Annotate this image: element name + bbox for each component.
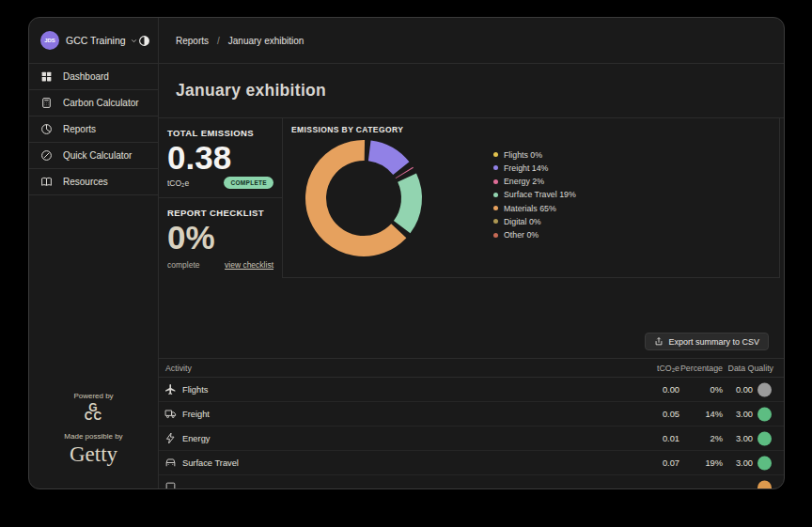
legend-dot	[493, 233, 498, 238]
table-row[interactable]: Surface Travel0.0719%3.00	[159, 451, 785, 475]
sidebar-item-dashboard[interactable]: Dashboard	[29, 64, 158, 90]
powered-by-label: Powered by	[29, 392, 158, 400]
main-content: Reports / January exhibition January exh…	[159, 18, 785, 488]
data-quality-cell: 3.00	[736, 434, 753, 443]
legend-item: Surface Travel 19%	[493, 191, 576, 199]
legend-dot	[493, 193, 498, 197]
legend-dot	[493, 152, 498, 157]
legend-label: Other 0%	[504, 230, 539, 240]
report-checklist-card: REPORT CHECKLIST 0% complete view checkl…	[159, 198, 282, 278]
percentage-cell: 19%	[705, 458, 723, 468]
bolt-icon	[164, 432, 178, 445]
table-row[interactable]	[159, 475, 785, 489]
data-quality-cell: 3.00	[736, 458, 753, 468]
table-row[interactable]: Flights0.000%0.00	[159, 378, 785, 402]
total-emissions-label: TOTAL EMISSIONS	[167, 128, 273, 138]
checklist-percent: 0%	[167, 221, 273, 255]
truck-icon	[164, 408, 178, 421]
column-tco2e: tCO₂e	[657, 364, 679, 373]
checklist-caption: complete	[167, 260, 200, 270]
percentage-cell: 14%	[705, 410, 723, 419]
legend-dot	[493, 179, 498, 184]
getty-logo: Getty	[29, 442, 158, 467]
table-row[interactable]: Energy0.012%3.00	[159, 426, 785, 451]
avatar: JDS	[40, 31, 59, 50]
legend-label: Digital 0%	[504, 217, 541, 226]
gauge-icon	[40, 149, 54, 163]
book-icon	[40, 176, 54, 189]
title-section: January exhibition	[159, 64, 785, 118]
data-quality-indicator	[757, 456, 772, 470]
org-name: GCC Training	[66, 35, 126, 46]
table-header: Activity tCO₂e Percentage Data Quality	[159, 358, 785, 378]
sidebar-item-resources[interactable]: Resources	[29, 169, 158, 195]
percentage-cell: 2%	[710, 434, 723, 443]
plane-icon	[164, 383, 178, 396]
gcc-logo: G CC	[29, 404, 158, 421]
breadcrumb-current: January exhibition	[228, 36, 304, 46]
tco2e-cell: 0.05	[663, 410, 679, 419]
sidebar-item-label: Resources	[63, 177, 108, 187]
export-icon	[654, 336, 664, 347]
export-csv-button[interactable]: Export summary to CSV	[645, 333, 769, 350]
view-checklist-link[interactable]: view checklist	[225, 260, 273, 270]
column-data-quality: Data Quality	[728, 364, 773, 373]
car-icon	[164, 457, 178, 470]
emissions-table: Activity tCO₂e Percentage Data Quality F…	[159, 358, 785, 489]
theme-toggle-icon[interactable]	[138, 35, 150, 47]
sidebar-footer: Powered by G CC Made possible by Getty	[29, 392, 158, 467]
status-badge: COMPLETE	[224, 177, 273, 189]
legend-dot	[493, 206, 498, 210]
donut-segment-energy[interactable]	[404, 173, 405, 174]
activity-cell: Flights	[182, 385, 208, 395]
pie-chart-icon	[40, 123, 54, 136]
donut-segment-freight[interactable]	[369, 150, 401, 168]
breadcrumb: Reports / January exhibition	[159, 18, 785, 64]
legend-label: Materials 65%	[504, 204, 556, 213]
tco2e-cell: 0.07	[663, 458, 679, 468]
org-switcher[interactable]: JDS GCC Training	[29, 18, 158, 64]
grid-icon	[40, 70, 54, 84]
column-activity: Activity	[165, 364, 192, 373]
legend-label: Freight 14%	[504, 163, 548, 173]
sidebar: JDS GCC Training Dashboard Carb	[29, 18, 159, 488]
percentage-cell: 0%	[710, 385, 723, 395]
donut-chart	[303, 137, 425, 259]
legend-item: Digital 0%	[493, 217, 576, 225]
column-percentage: Percentage	[680, 364, 723, 373]
legend-dot	[493, 219, 498, 224]
sidebar-item-label: Quick Calculator	[63, 150, 132, 161]
sidebar-item-reports[interactable]: Reports	[29, 116, 158, 143]
tco2e-cell: 0.01	[663, 434, 679, 443]
table-row[interactable]: Freight0.0514%3.00	[159, 402, 785, 426]
legend-item: Flights 0%	[493, 150, 576, 159]
donut-segment-surface-travel[interactable]	[402, 178, 412, 227]
sidebar-item-quick-calculator[interactable]: Quick Calculator	[29, 143, 158, 169]
made-possible-by-label: Made possible by	[29, 432, 158, 441]
total-emissions-value: 0.38	[167, 141, 273, 175]
breadcrumb-separator: /	[217, 36, 220, 46]
legend-label: Surface Travel 19%	[504, 190, 576, 199]
total-emissions-card: TOTAL EMISSIONS 0.38 tCO₂e COMPLETE	[159, 118, 282, 198]
chart-title: EMISSIONS BY CATEGORY	[291, 125, 403, 134]
legend-dot	[493, 165, 498, 170]
emissions-chart-panel: EMISSIONS BY CATEGORY Flights 0%Freight …	[283, 118, 780, 278]
sidebar-item-label: Reports	[63, 124, 96, 134]
data-quality-indicator	[757, 480, 772, 489]
breadcrumb-reports[interactable]: Reports	[176, 36, 209, 46]
calculator-icon	[40, 97, 54, 110]
report-checklist-label: REPORT CHECKLIST	[167, 208, 273, 218]
activity-cell: Freight	[182, 410, 210, 419]
legend-item: Energy 2%	[493, 178, 576, 186]
page-title: January exhibition	[176, 81, 326, 101]
summary-cards: TOTAL EMISSIONS 0.38 tCO₂e COMPLETE REPO…	[159, 118, 283, 278]
screen: JDS GCC Training Dashboard Carb	[0, 0, 812, 527]
data-quality-cell: 0.00	[736, 385, 753, 395]
sidebar-item-label: Dashboard	[63, 71, 109, 82]
legend-label: Flights 0%	[504, 150, 542, 160]
chevron-down-icon	[130, 37, 138, 45]
sidebar-item-carbon-calculator[interactable]: Carbon Calculator	[29, 90, 158, 116]
data-quality-cell: 3.00	[736, 410, 753, 419]
activity-cell: Energy	[182, 434, 210, 443]
legend-item: Other 0%	[493, 231, 576, 240]
